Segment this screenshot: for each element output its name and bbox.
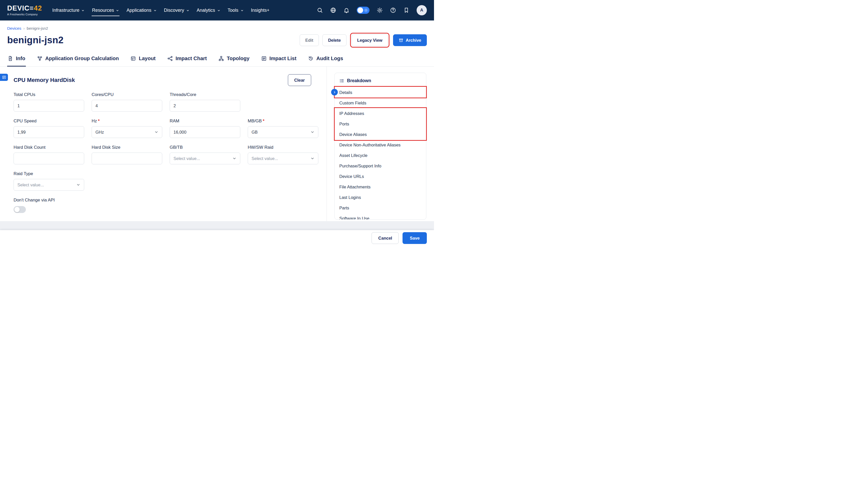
tab-impact-chart[interactable]: Impact Chart	[167, 52, 207, 67]
tab-impact-list[interactable]: Impact List	[261, 52, 297, 67]
cores-cpu-input[interactable]	[92, 100, 162, 112]
chevron-down-icon	[154, 130, 158, 134]
gb-tb-select[interactable]: Select value...	[170, 152, 240, 164]
chevron-down-icon	[76, 183, 80, 187]
tab-topology[interactable]: Topology	[218, 52, 250, 67]
hard-disk-size-input[interactable]	[92, 152, 162, 164]
field-hard-disk-count: Hard Disk Count	[14, 145, 84, 164]
raid-type-select[interactable]: Select value...	[14, 179, 84, 191]
field-dont-change-api: Don't Change via API	[14, 198, 84, 213]
ram-input[interactable]	[170, 126, 240, 138]
archive-icon	[399, 38, 403, 43]
tab-info[interactable]: Info	[7, 52, 26, 67]
nav-infrastructure[interactable]: Infrastructure	[49, 0, 88, 21]
history-icon	[308, 56, 313, 61]
required-asterisk: *	[263, 119, 264, 123]
breakdown-item-device-aliases[interactable]: Device Aliases	[335, 129, 426, 140]
breakdown-item-details[interactable]: Details	[335, 87, 426, 98]
field-hw-sw-raid: HW/SW Raid Select value...	[248, 145, 318, 164]
breakdown-item-device-non-authoritative-aliases[interactable]: Device Non-Authoritative Aliases	[335, 140, 426, 150]
help-icon[interactable]	[390, 7, 396, 13]
bookmark-icon[interactable]	[403, 7, 409, 13]
page: DEVIC≡42 A Freshworks Company Infrastruc…	[0, 0, 434, 246]
archive-button[interactable]: Archive	[393, 34, 427, 46]
save-button[interactable]: Save	[403, 232, 427, 244]
search-icon[interactable]	[317, 7, 323, 13]
theme-toggle[interactable]	[357, 7, 369, 14]
breakdown-item-file-attachments[interactable]: File Attachments	[335, 182, 426, 192]
form-grid: Total CPUs Cores/CPU Threads/Core CPU Sp…	[14, 92, 319, 213]
breakdown-item-parts[interactable]: Parts	[335, 203, 426, 213]
breakdown-item-ip-addresses[interactable]: IP Addresses	[335, 108, 426, 119]
nav-tools[interactable]: Tools	[224, 0, 248, 21]
tab-layout[interactable]: Layout	[130, 52, 156, 67]
chevron-down-icon	[116, 9, 119, 12]
threads-core-input[interactable]	[170, 100, 240, 112]
list-tree-icon	[339, 78, 344, 83]
field-hz: Hz* GHz	[92, 119, 162, 138]
field-total-cpus: Total CPUs	[14, 92, 84, 112]
clear-button[interactable]: Clear	[288, 74, 311, 86]
avatar[interactable]: A	[416, 5, 427, 15]
total-cpus-input[interactable]	[14, 100, 84, 112]
breakdown-item-asset-lifecycle[interactable]: Asset Lifecycle	[335, 150, 426, 161]
cpu-speed-input[interactable]	[14, 126, 84, 138]
breadcrumb: Devices › benigni-jsn2	[0, 21, 434, 31]
panel-list-icon	[2, 75, 6, 79]
breakdown-panel: Breakdown Details Custom Fields IP Addre…	[334, 73, 426, 220]
device42-logo[interactable]: DEVIC≡42 A Freshworks Company	[7, 5, 42, 16]
breakdown-item-custom-fields[interactable]: Custom Fields	[335, 98, 426, 108]
edit-button[interactable]: Edit	[300, 34, 319, 46]
mb-gb-select[interactable]: GB	[248, 126, 318, 138]
hz-select[interactable]: GHz	[92, 126, 162, 138]
hard-disk-count-input[interactable]	[14, 152, 84, 164]
collapse-chevron-button[interactable]	[331, 89, 338, 96]
file-text-icon	[8, 56, 13, 61]
globe-icon[interactable]	[330, 7, 336, 13]
field-gb-tb: GB/TB Select value...	[170, 145, 240, 164]
tab-bar: Info Application Group Calculation Layou…	[0, 52, 434, 67]
main-nav: Infrastructure Resources Applications Di…	[49, 0, 273, 21]
annotation-legacy-view: Legacy View	[350, 33, 390, 48]
cpu-memory-harddisk-section: CPU Memory HardDisk Clear Total CPUs Cor…	[0, 67, 327, 221]
nav-discovery[interactable]: Discovery	[160, 0, 193, 21]
field-mb-gb: MB/GB* GB	[248, 119, 318, 138]
nav-insights[interactable]: Insights+	[248, 0, 273, 21]
top-navbar: DEVIC≡42 A Freshworks Company Infrastruc…	[0, 0, 434, 21]
chevron-down-icon	[81, 9, 85, 12]
side-panel-toggle[interactable]	[0, 74, 8, 81]
hw-sw-raid-select[interactable]: Select value...	[248, 152, 318, 164]
field-threads-core: Threads/Core	[170, 92, 240, 112]
tab-audit-logs[interactable]: Audit Logs	[308, 52, 343, 67]
toggle-knob	[14, 207, 20, 212]
cancel-button[interactable]: Cancel	[372, 232, 399, 244]
nav-analytics[interactable]: Analytics	[193, 0, 224, 21]
footer-bar: Cancel Save	[0, 230, 434, 246]
breakdown-item-last-logins[interactable]: Last Logins	[335, 192, 426, 203]
chevron-down-icon	[186, 9, 189, 12]
impact-chart-icon	[168, 56, 173, 61]
breadcrumb-devices[interactable]: Devices	[7, 26, 21, 31]
list-icon	[261, 56, 266, 61]
tab-application-group-calculation[interactable]: Application Group Calculation	[36, 52, 120, 67]
breakdown-item-device-urls[interactable]: Device URLs	[335, 171, 426, 182]
background-gap	[0, 221, 434, 230]
breakdown-item-ports[interactable]: Ports	[335, 119, 426, 129]
breakdown-item-purchase-support-info[interactable]: Purchase/Support Info	[335, 161, 426, 171]
field-hard-disk-size: Hard Disk Size	[92, 145, 162, 164]
dont-change-api-toggle[interactable]	[14, 206, 26, 213]
field-cores-cpu: Cores/CPU	[92, 92, 162, 112]
sun-icon	[364, 8, 368, 13]
breakdown-item-software-in-use[interactable]: Software In Use	[335, 213, 426, 220]
gear-icon[interactable]	[377, 7, 383, 13]
field-raid-type: Raid Type Select value...	[14, 171, 84, 191]
nav-applications[interactable]: Applications	[123, 0, 160, 21]
chevron-down-icon	[310, 156, 314, 161]
breakdown-sidebar: Breakdown Details Custom Fields IP Addre…	[327, 67, 434, 221]
bell-icon[interactable]	[343, 7, 350, 13]
topology-icon	[219, 56, 224, 61]
legacy-view-button[interactable]: Legacy View	[352, 34, 388, 46]
topbar-icons: A	[317, 5, 427, 15]
nav-resources[interactable]: Resources	[88, 0, 123, 21]
delete-button[interactable]: Delete	[323, 34, 347, 46]
